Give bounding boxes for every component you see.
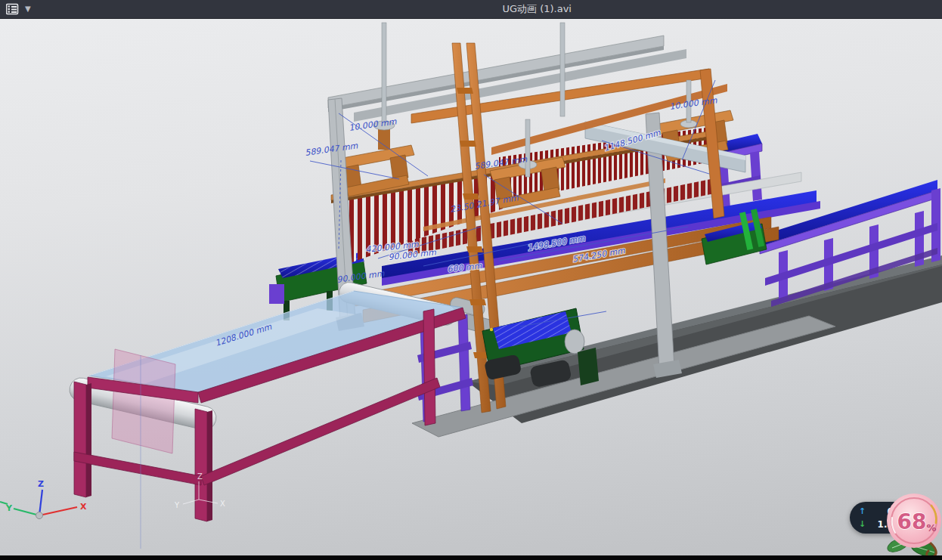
monitor-percent-value: 68: [897, 509, 927, 534]
monitor-percent-symbol: %: [926, 522, 936, 534]
player-menu-icon[interactable]: [6, 3, 20, 15]
wcs-x-label: X: [220, 500, 225, 508]
bottom-edge-bar: [0, 555, 942, 560]
chevron-down-icon[interactable]: ▼: [25, 3, 31, 15]
axis-x-label: X: [80, 502, 87, 512]
wcs-z-label: Z: [197, 472, 203, 481]
video-display-area[interactable]: 10.000 mm 589.047 mm 10.000 mm 1148.500 …: [0, 18, 942, 555]
magenta-conveyor-table: [67, 280, 473, 521]
window-title: UG动画 (1).avi: [502, 0, 572, 18]
peach-monitor-badge[interactable]: 68 %: [882, 489, 942, 555]
axis-y-label: Y: [5, 503, 13, 513]
wcs-y-label: Y: [174, 501, 180, 509]
upload-arrow-icon: ↑: [859, 506, 869, 516]
cad-machine-scene: 10.000 mm 589.047 mm 10.000 mm 1148.500 …: [0, 18, 942, 555]
axis-z-label: Z: [38, 479, 44, 489]
download-arrow-icon: ↓: [859, 519, 869, 529]
window-titlebar[interactable]: ▼ UG动画 (1).avi: [0, 0, 942, 19]
shuttle-cart: [482, 308, 599, 388]
